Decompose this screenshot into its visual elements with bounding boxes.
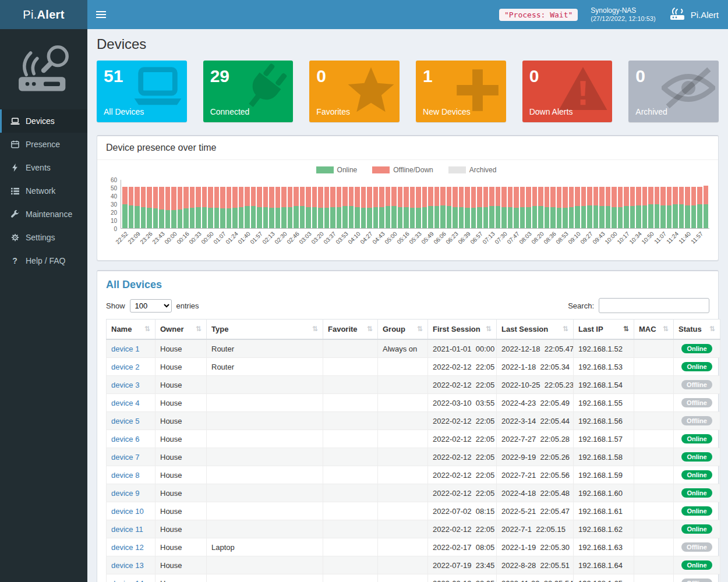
device-link[interactable]: device 7 (111, 453, 139, 462)
status-badge: Online (681, 362, 712, 371)
sidebar-item-label: Help / FAQ (26, 256, 65, 265)
pialert-logo-icon (669, 7, 686, 23)
cell-mac (634, 556, 674, 574)
chart-bar (428, 187, 433, 228)
chart-bar (122, 187, 128, 228)
device-link[interactable]: device 6 (111, 435, 139, 443)
legend-swatch (448, 166, 466, 173)
app-header-link[interactable]: Pi.Alert (669, 7, 719, 23)
device-link[interactable]: device 5 (111, 417, 139, 425)
cell-owner: House (156, 448, 207, 466)
summary-box-archived[interactable]: 0 Archived (628, 61, 719, 122)
chart-bar (386, 187, 391, 228)
chart-bar (159, 187, 164, 228)
device-link[interactable]: device 1 (111, 345, 139, 353)
top-navbar: Pi.Alert "Process: Wait" Synology-NAS (2… (0, 0, 728, 29)
column-header-owner[interactable]: Owner⇅ (156, 320, 207, 340)
summary-box-new-devices[interactable]: 1 New Devices (416, 61, 506, 122)
sidebar-item-network[interactable]: Network (0, 179, 87, 203)
device-link[interactable]: device 10 (111, 507, 144, 516)
chart-bar (471, 187, 476, 228)
cell-group (378, 556, 428, 574)
cell-last_session: 2022-11-22 22:05.54 (497, 574, 574, 582)
summary-label: Down Alerts (529, 107, 573, 116)
chart-bar (550, 187, 556, 228)
sidebar-item-events[interactable]: Events (0, 156, 87, 179)
device-link[interactable]: device 4 (111, 399, 139, 407)
legend-item-archived[interactable]: Archived (448, 166, 497, 174)
cell-mac (634, 376, 674, 394)
cell-group (378, 502, 428, 520)
column-header-favorite[interactable]: Favorite⇅ (323, 320, 378, 340)
search-input[interactable] (599, 298, 709, 313)
device-link[interactable]: device 9 (111, 489, 139, 498)
chart-bar (563, 187, 568, 228)
sort-icon: ⇅ (709, 325, 715, 333)
column-header-mac[interactable]: MAC⇅ (634, 320, 674, 340)
chart-bar (281, 187, 287, 228)
cell-owner: House (156, 502, 207, 520)
legend-item-online[interactable]: Online (316, 166, 358, 174)
device-link[interactable]: device 8 (111, 471, 139, 480)
device-link[interactable]: device 13 (111, 561, 144, 570)
summary-label: New Devices (423, 107, 471, 116)
sidebar-item-presence[interactable]: Presence (0, 133, 87, 156)
column-header-status[interactable]: Status⇅ (674, 320, 720, 340)
devices-table-panel: All Devices Show 100 entries Search: Nam… (97, 270, 719, 582)
host-timestamp: (27/12/2022, 12:10:53) (591, 15, 655, 23)
cell-status: Online (674, 466, 720, 484)
column-header-type[interactable]: Type⇅ (207, 320, 323, 340)
summary-box-all-devices[interactable]: 51 All Devices (97, 61, 187, 122)
cell-status: Offline (674, 376, 720, 394)
page-length-select[interactable]: 100 (130, 299, 172, 313)
network-list-icon (10, 187, 20, 195)
cell-type (207, 502, 323, 520)
table-row: device 14House2022-02-12 22:052022-11-22… (107, 574, 720, 582)
cell-owner: House (156, 574, 207, 582)
column-header-last-session[interactable]: Last Session⇅ (497, 320, 574, 340)
summary-box-connected[interactable]: 29 Connected (203, 61, 294, 122)
table-row: device 6House2022-02-12 22:052022-7-27 2… (107, 430, 720, 448)
cell-last_ip: 192.168.1.55 (574, 394, 634, 412)
search-label: Search: (568, 301, 594, 310)
brand-logo[interactable]: Pi.Alert (0, 0, 87, 29)
cell-name: device 3 (107, 376, 156, 394)
sidebar-item-settings[interactable]: Settings (0, 226, 87, 249)
sidebar-item-devices[interactable]: Devices (0, 109, 87, 133)
chart-bar (624, 187, 629, 228)
cell-mac (634, 394, 674, 412)
summary-box-down-alerts[interactable]: 0 Down Alerts (522, 61, 613, 122)
summary-box-favorites[interactable]: 0 Favorites (309, 61, 400, 122)
chart-bar (618, 187, 623, 228)
cell-favorite (323, 466, 378, 484)
sidebar-toggle-icon[interactable] (87, 0, 114, 29)
cell-first_session: 2022-02-12 22:05 (428, 358, 497, 376)
column-header-first-session[interactable]: First Session⇅ (428, 320, 497, 340)
sidebar-item-label: Settings (26, 233, 55, 242)
chart-bar (318, 187, 323, 228)
device-link[interactable]: device 14 (111, 579, 144, 582)
devices-table-body: device 1HouseRouterAlways on2021-01-01 0… (107, 339, 720, 582)
cell-first_session: 2022-02-12 22:05 (428, 448, 497, 466)
presence-chart-panel: Device presence over time Online Offline… (97, 135, 719, 261)
device-link[interactable]: device 12 (111, 543, 144, 552)
device-link[interactable]: device 2 (111, 363, 139, 371)
warning-icon (557, 65, 609, 112)
column-header-last-ip[interactable]: Last IP⇅ (574, 320, 634, 340)
sort-icon: ⇅ (623, 325, 629, 333)
cell-status: Online (674, 556, 720, 574)
status-badge: Online (681, 560, 712, 570)
device-link[interactable]: device 3 (111, 381, 139, 389)
cell-last_session: 2022-7-27 22:05.28 (497, 430, 574, 448)
column-header-name[interactable]: Name⇅ (107, 320, 156, 340)
device-link[interactable]: device 11 (111, 525, 143, 534)
star-icon (346, 65, 396, 115)
sidebar-item-help[interactable]: ? Help / FAQ (0, 249, 87, 272)
status-badge: Online (681, 452, 712, 462)
sidebar-menu: Devices Presence Events Network Maintena… (0, 109, 87, 272)
chart-title: Device presence over time (97, 136, 718, 160)
legend-item-offline[interactable]: Offline/Down (372, 166, 433, 174)
column-header-group[interactable]: Group⇅ (378, 320, 428, 340)
cell-first_session: 2022-02-12 22:05 (428, 484, 497, 502)
sidebar-item-maintenance[interactable]: Maintenance (0, 203, 87, 226)
